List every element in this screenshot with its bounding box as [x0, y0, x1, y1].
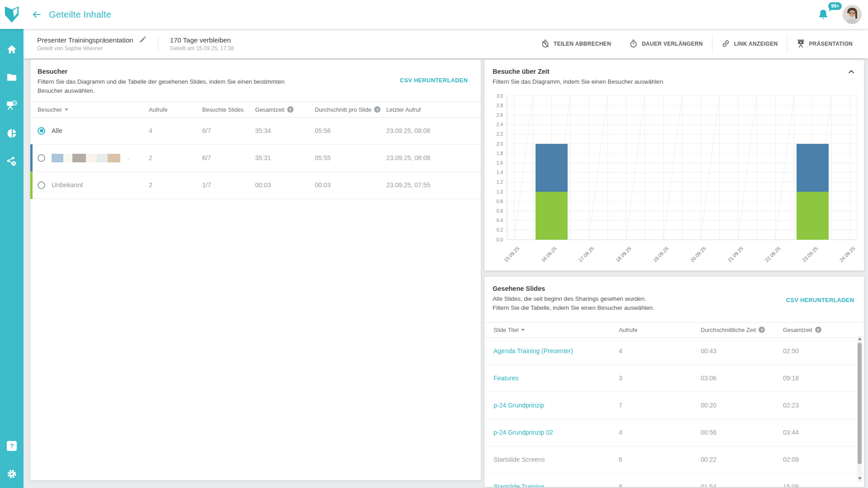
y-tick-label: 0.4: [496, 218, 503, 223]
redaction-block: [97, 154, 108, 162]
column-label: Durchschnittliche Zeit: [701, 327, 756, 333]
cell-letzter-aufruf: 23.09.25, 07:55: [386, 181, 474, 189]
visitor-radio[interactable]: [38, 181, 45, 189]
slides-csv-download-link[interactable]: CSV HERUNTERLADEN: [786, 297, 854, 303]
column-header-besucher[interactable]: Besucher: [38, 106, 149, 113]
bar-segment-besucher-blue[interactable]: [536, 144, 568, 192]
x-tick-label: 20.09.25: [689, 246, 707, 263]
cell-gesamtzeit: 35:31: [255, 154, 315, 161]
visitor-row: Unbekannt21/700:0300:0323.09.25, 07:55: [30, 172, 481, 199]
cell-durchschnittliche-zeit: 03:06: [701, 374, 783, 382]
cell-gesamtzeit: 35:34: [255, 127, 315, 134]
y-tick-label: 1.6: [496, 160, 503, 166]
bar-segment-besucher-blue[interactable]: [797, 144, 829, 192]
y-tick-label: 3.0: [496, 93, 503, 99]
action-teilen-abbrechen[interactable]: TEILEN ABBRECHEN: [532, 35, 620, 52]
y-tick-label: 1.2: [496, 179, 503, 185]
help-circle-icon[interactable]: ?: [374, 106, 380, 113]
scrollbar-up-arrow[interactable]: [858, 337, 862, 340]
timer-extend-icon: [629, 39, 638, 48]
column-header-durchschnittliche-zeit[interactable]: Durchschnittliche Zeit?: [701, 327, 783, 333]
sidebar-item-files[interactable]: [0, 63, 24, 91]
cell-durchschnittliche-zeit: 00:20: [701, 402, 783, 409]
y-tick-label: 0.8: [496, 199, 503, 204]
slide-row: Startslide Training801:5415:09: [484, 474, 864, 487]
action-pr-sentation[interactable]: PRÄSENTATION: [787, 35, 862, 52]
gridline: [775, 96, 794, 240]
cell-besuchte-slides: 6/7: [202, 127, 255, 134]
viewed-slides-panel: Gesehene Slides Alle Slides, die seit be…: [484, 277, 864, 487]
scrollbar-down-arrow[interactable]: [858, 477, 862, 480]
slide-title-link[interactable]: Features: [493, 374, 619, 382]
column-header-durchschnitt-pro-slide[interactable]: Durchschnitt pro Slide?: [315, 106, 386, 113]
help-icon: ?: [7, 441, 17, 451]
timer-off-icon: [541, 39, 550, 48]
notifications-button[interactable]: 99+: [817, 6, 832, 23]
edit-pencil-icon[interactable]: [139, 36, 146, 43]
sidebar-item-home[interactable]: [0, 35, 24, 63]
bar-segment-unbekannt-green[interactable]: [797, 192, 829, 240]
cell-aufrufe: 6: [619, 456, 701, 463]
cell-gesamtzeit: 03:44: [783, 429, 855, 436]
collapse-panel-button[interactable]: [847, 68, 856, 76]
chart-panel-description: Filtern Sie das Diagramm, indem Sie eine…: [484, 77, 864, 86]
column-header-slide-titel[interactable]: Slide Titel: [493, 327, 619, 333]
action-link-anzeigen[interactable]: LINK ANZEIGEN: [712, 35, 787, 52]
visitor-radio[interactable]: [38, 127, 45, 135]
action-dauer-verl-ngern[interactable]: DAUER VERLÄNGERN: [620, 35, 712, 52]
visitor-name: Unbekannt: [52, 181, 83, 189]
help-circle-icon[interactable]: ?: [815, 327, 821, 333]
column-label: Aufrufe: [619, 327, 637, 333]
visits-over-time-chart: 0.00.20.40.60.81.01.21.41.61.82.02.22.42…: [487, 92, 863, 275]
column-label: Durchschnitt pro Slide: [315, 106, 371, 113]
help-circle-icon[interactable]: ?: [287, 106, 294, 113]
column-label: Gesamtzeit: [255, 106, 285, 113]
y-tick-label: 1.0: [496, 189, 503, 194]
cell-gesamtzeit: 02:23: [783, 402, 855, 409]
gridline: [664, 96, 682, 240]
cell-gesamtzeit: 00:03: [255, 181, 315, 189]
viewed-slides-table: Slide TitelAufrufeDurchschnittliche Zeit…: [484, 322, 864, 487]
help-circle-icon[interactable]: ?: [759, 327, 765, 333]
y-tick-label: 2.4: [496, 122, 503, 127]
visitors-csv-download-link[interactable]: CSV HERUNTERLADEN: [400, 77, 468, 84]
share-title: Presenter Trainingspräsentation: [37, 36, 133, 44]
slide-title-link[interactable]: Startslide Training: [493, 483, 619, 487]
x-tick-label: 21.09.25: [726, 246, 744, 263]
column-header-aufrufe: Aufrufe: [149, 106, 202, 113]
action-label: LINK ANZEIGEN: [734, 41, 778, 47]
stacked-bar-chart: 0.00.20.40.60.81.01.21.41.61.82.02.22.42…: [487, 92, 863, 273]
slides-panel-description-line2: Filtern Sie die Tabelle, indem Sie einen…: [484, 303, 864, 313]
app-logo[interactable]: [0, 0, 24, 29]
slides-table-scrollbar: [857, 336, 862, 482]
slide-title-link[interactable]: Agenda Training (Presenter): [493, 347, 619, 355]
sidebar-item-settings[interactable]: [0, 460, 24, 488]
column-header-gesamtzeit[interactable]: Gesamtzeit?: [783, 327, 855, 333]
action-label: DAUER VERLÄNGERN: [642, 41, 703, 47]
x-tick-label: 15.09.25: [503, 246, 521, 263]
cell-besuchte-slides: 6/7: [202, 154, 255, 161]
slide-title-link[interactable]: p-24 Grundprinzip: [493, 402, 619, 409]
redaction-block: [86, 154, 97, 162]
sidebar-nav: ?: [0, 29, 24, 488]
cell-gesamtzeit: 02:09: [783, 456, 855, 463]
sidebar-item-shared-content[interactable]: [0, 147, 24, 175]
x-tick-label: 24.09.25: [839, 246, 856, 263]
column-header-gesamtzeit[interactable]: Gesamtzeit?: [255, 106, 315, 113]
x-tick-label: 17.09.25: [578, 246, 595, 263]
cell-aufrufe: 3: [619, 374, 701, 382]
shared-by-label: Geteilt von Sophie Wiesner: [37, 45, 146, 52]
scrollbar-thumb[interactable]: [858, 343, 862, 464]
sidebar-item-statistics[interactable]: [0, 119, 24, 147]
bell-icon: [817, 8, 829, 21]
sidebar-item-help[interactable]: ?: [0, 432, 24, 460]
cell-aufrufe: 8: [619, 483, 701, 487]
visitor-radio[interactable]: [38, 154, 45, 162]
avatar[interactable]: [843, 5, 862, 24]
cell-aufrufe: 4: [619, 429, 701, 436]
column-label: Gesamtzeit: [783, 327, 812, 333]
slide-title-link[interactable]: p-24 Grundprinzip 02: [493, 429, 619, 436]
bar-segment-unbekannt-green[interactable]: [536, 192, 568, 240]
back-button[interactable]: [30, 8, 43, 21]
sidebar-item-presentation-history[interactable]: [0, 91, 24, 119]
